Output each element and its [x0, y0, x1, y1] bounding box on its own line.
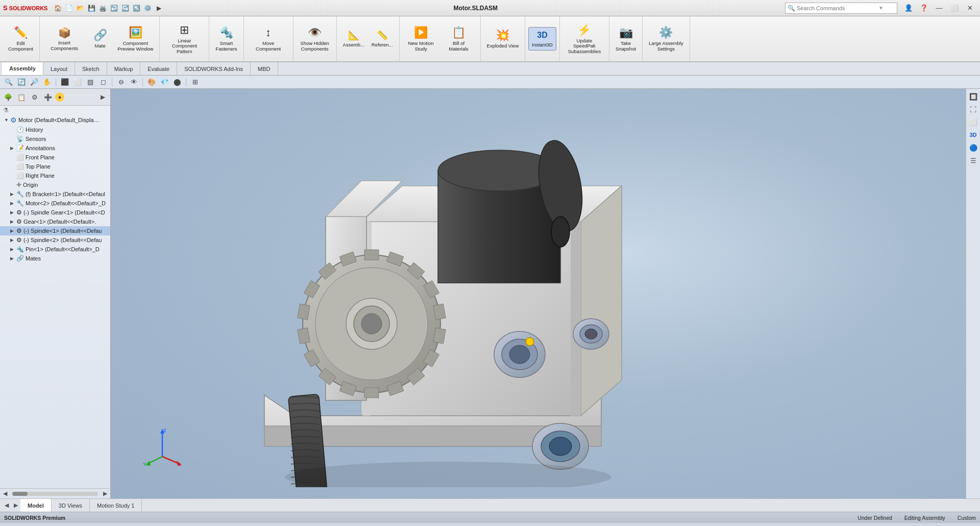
bill-of-materials-button[interactable]: 📋 Bill ofMaterials [440, 24, 477, 54]
options-button[interactable]: ⚙️ [142, 3, 153, 13]
view-extra-button[interactable]: ⬤ [172, 77, 183, 88]
bottom-tab-model[interactable]: Model [20, 499, 52, 512]
new-button[interactable]: 📄 [64, 3, 74, 13]
view-display1-button[interactable]: ⬛ [59, 77, 70, 88]
tab-mbd[interactable]: MBD [251, 62, 278, 75]
search-bar[interactable]: 🔍 ▼ [785, 3, 897, 14]
tree-item-spindle1[interactable]: ▶ ⚙ (-) Spindle<1> (Default<<Defau [0, 226, 110, 235]
tree-item-motor2[interactable]: ▶ 🔧 Motor<2> (Default<<Default>_D [0, 199, 110, 208]
close-button[interactable]: ✕ [963, 3, 977, 14]
assembly-button[interactable]: 📐 Assemb... [340, 28, 368, 50]
tab-addins[interactable]: SOLIDWORKS Add-Ins [177, 62, 251, 75]
edit-component-button[interactable]: ✏️ EditComponent [5, 24, 36, 54]
view-grid-button[interactable]: ⊞ [189, 77, 201, 88]
view-zoom-button[interactable]: 🔎 [29, 77, 40, 88]
root-arrow-icon: ▼ [4, 117, 10, 123]
scroll-thumb[interactable] [12, 492, 28, 496]
view-render-button[interactable]: 💎 [159, 77, 170, 88]
save-button[interactable]: 💾 [86, 3, 96, 13]
rp-expand-button[interactable]: ⬜ [968, 116, 979, 128]
view-display2-button[interactable]: ⬜ [72, 77, 83, 88]
redo-button[interactable]: ↪️ [120, 3, 130, 13]
tree-item-origin[interactable]: ✚ Origin [0, 180, 110, 189]
view-display4-button[interactable]: ◻ [97, 77, 109, 88]
minimize-button[interactable]: — [932, 3, 946, 14]
snapshot-button[interactable]: 📷 TakeSnapshot [612, 24, 639, 54]
undo-button[interactable]: ↩️ [109, 3, 119, 13]
tree-item-annotations[interactable]: ▶ 📝 Annotations [0, 144, 110, 153]
home-button[interactable]: 🏠 [53, 3, 63, 13]
appearance-manager-button[interactable]: ● [55, 92, 64, 102]
tab-layout[interactable]: Layout [43, 62, 75, 75]
rp-orientation-button[interactable]: 🔲 [968, 91, 979, 102]
tree-item-top-plane[interactable]: ⬜ Top Plane [0, 162, 110, 171]
bottom-tab-3dviews[interactable]: 3D Views [52, 499, 90, 512]
dim-xpert-button[interactable]: ➕ [42, 91, 54, 103]
more-button[interactable]: ▶ [154, 3, 164, 13]
tab-evaluate[interactable]: Evaluate [140, 62, 177, 75]
view-display3-button[interactable]: ▨ [85, 77, 96, 88]
sidebar-expand-button[interactable]: ▶ [97, 91, 108, 103]
smart-fasteners-button[interactable]: 🔩 SmartFasteners [212, 24, 240, 54]
restore-button[interactable]: ⬜ [947, 3, 962, 14]
update-speedpak-button[interactable]: ⚡ Update SpeedPakSubassemblies [563, 21, 606, 56]
sidebar-scrollbar[interactable]: ◀ ▶ [0, 488, 110, 498]
tab-sketch[interactable]: Sketch [75, 62, 107, 75]
3d-viewport[interactable]: Z X Y [111, 89, 966, 498]
tree-item-bracket[interactable]: ▶ 🔧 (f) Bracket<1> (Default<<Defaul [0, 189, 110, 199]
bottom-nav-left[interactable]: ◀ [2, 501, 11, 510]
right-plane-icon: ⬜ [16, 172, 24, 179]
tree-item-mates[interactable]: ▶ 🔗 Mates [0, 254, 110, 263]
configuration-manager-button[interactable]: ⚙ [29, 91, 41, 103]
scroll-right-button[interactable]: ▶ [100, 489, 110, 499]
assembly-rendering [203, 119, 663, 487]
move-component-button[interactable]: ↕️ Move Component [247, 24, 290, 54]
print-button[interactable]: 🖨️ [97, 3, 108, 13]
component-preview-button[interactable]: 🖼️ ComponentPreview Window [114, 24, 156, 54]
instant3d-button[interactable]: 3D Instant3D [528, 27, 556, 50]
view-hide-button[interactable]: 👁 [128, 77, 139, 88]
reference-button[interactable]: 📏 Referen... [369, 28, 396, 50]
feature-manager-button[interactable]: 🌳 [2, 91, 14, 103]
rp-fullscreen-button[interactable]: ⛶ [968, 104, 979, 115]
exploded-view-button[interactable]: 💥 Exploded View [484, 27, 522, 51]
rp-3dview-button[interactable]: 3D [968, 129, 979, 140]
tree-item-sensors[interactable]: 📡 Sensors [0, 134, 110, 144]
tree-item-pin1[interactable]: ▶ 🔩 Pin<1> (Default<<Default>_D [0, 245, 110, 254]
scroll-left-button[interactable]: ◀ [0, 489, 10, 499]
tab-assembly[interactable]: Assembly [2, 62, 43, 75]
tree-item-spindle-gear[interactable]: ▶ ⚙ (-) Spindle Gear<1> (Default<<D [0, 208, 110, 217]
view-orientation-button[interactable]: 🔍 [3, 77, 14, 88]
mate-button[interactable]: 🔗 Mate [87, 27, 113, 51]
show-hidden-button[interactable]: 👁️ Show HiddenComponents [297, 24, 333, 54]
tree-item-history[interactable]: 🕐 History [0, 125, 110, 134]
help-button[interactable]: ❓ [917, 3, 931, 14]
linear-pattern-button[interactable]: ⊞ Linear Component Pattern [163, 21, 206, 56]
search-input[interactable] [797, 5, 878, 11]
new-motion-study-button[interactable]: ▶️ New MotionStudy [403, 24, 439, 54]
toolbar-group-snapshot: 📷 TakeSnapshot [609, 16, 643, 61]
show-hidden-label: Show HiddenComponents [300, 41, 329, 52]
view-section-button[interactable]: ⊖ [115, 77, 127, 88]
view-pan-button[interactable]: ✋ [41, 77, 53, 88]
property-manager-button[interactable]: 📋 [15, 91, 28, 103]
help-user-button[interactable]: 👤 [901, 3, 916, 14]
tree-root[interactable]: ▼ ⚙ Motor (Default<Default_Display Sta [0, 115, 110, 125]
bottom-nav-right[interactable]: ▶ [11, 501, 20, 510]
select-button[interactable]: ↖️ [131, 3, 141, 13]
rp-list-button[interactable]: ☰ [968, 155, 979, 166]
insert-components-button[interactable]: 📦 Insert Components [43, 25, 86, 53]
tree-item-right-plane[interactable]: ⬜ Right Plane [0, 171, 110, 180]
motion-label: New MotionStudy [408, 41, 433, 52]
tree-item-spindle2[interactable]: ▶ ⚙ (-) Spindle<2> (Default<<Defau [0, 235, 110, 245]
view-rotate-button[interactable]: 🔄 [16, 77, 27, 88]
rp-color-button[interactable]: 🔵 [968, 142, 979, 153]
open-button[interactable]: 📂 [75, 3, 85, 13]
tree-item-front-plane[interactable]: ⬜ Front Plane [0, 153, 110, 162]
view-appearance-button[interactable]: 🎨 [146, 77, 157, 88]
bottom-tab-motion-study[interactable]: Motion Study 1 [90, 499, 142, 512]
tab-markup[interactable]: Markup [107, 62, 141, 75]
svg-rect-23 [433, 304, 446, 320]
large-assembly-button[interactable]: ⚙️ Large AssemblySettings [646, 24, 687, 54]
tree-item-gear1[interactable]: ▶ ⚙ Gear<1> (Default<<Default>. [0, 217, 110, 226]
